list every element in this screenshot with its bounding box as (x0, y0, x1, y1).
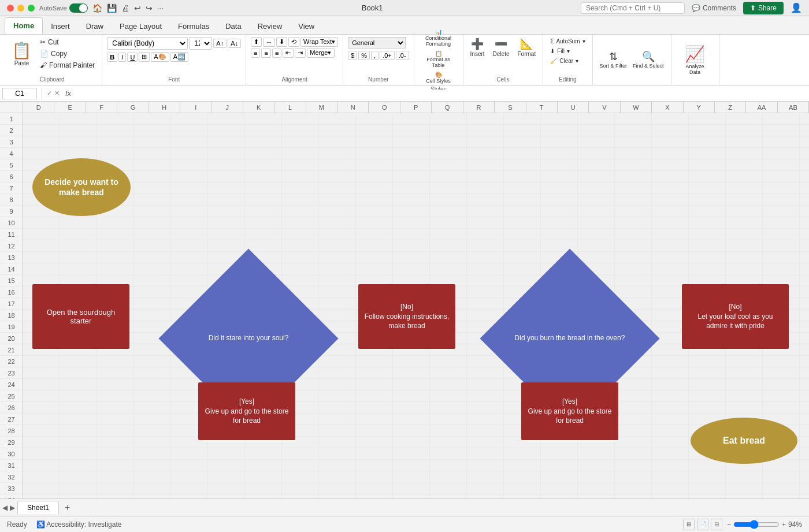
cell[interactable] (23, 460, 60, 471)
cell[interactable] (763, 171, 800, 183)
cell[interactable] (504, 252, 541, 263)
cell[interactable] (60, 379, 97, 390)
cell[interactable] (134, 344, 171, 356)
cell[interactable] (393, 217, 430, 229)
cell[interactable] (171, 183, 208, 194)
cell[interactable] (800, 367, 809, 379)
cell[interactable] (60, 125, 97, 136)
cell[interactable] (504, 206, 541, 217)
cell[interactable] (23, 263, 60, 275)
cell[interactable] (652, 414, 689, 425)
cell[interactable] (800, 298, 809, 310)
cell[interactable] (726, 263, 763, 275)
cell[interactable] (652, 437, 689, 448)
conditional-formatting-button[interactable]: 📊 Conditional Formatting (419, 28, 458, 48)
cell[interactable] (282, 217, 319, 229)
cell[interactable] (726, 125, 763, 136)
cell[interactable] (726, 217, 763, 229)
cell[interactable] (800, 275, 809, 287)
cell[interactable] (319, 437, 356, 448)
cell[interactable] (430, 425, 467, 437)
cell[interactable] (134, 113, 171, 125)
tab-insert[interactable]: Insert (43, 18, 78, 34)
cell[interactable] (726, 483, 763, 494)
cell[interactable] (356, 136, 393, 148)
cell[interactable] (467, 356, 504, 367)
cell[interactable] (23, 448, 60, 460)
cell[interactable] (171, 125, 208, 136)
cell[interactable] (800, 390, 809, 402)
cell[interactable] (282, 460, 319, 471)
prev-sheet-button[interactable]: ◀ (2, 504, 8, 512)
cell[interactable] (60, 356, 97, 367)
cell[interactable] (689, 390, 726, 402)
cell[interactable] (319, 240, 356, 252)
cell[interactable] (60, 471, 97, 483)
cell[interactable] (467, 136, 504, 148)
cell[interactable] (541, 113, 578, 125)
cell[interactable] (97, 437, 134, 448)
cell[interactable] (23, 390, 60, 402)
cell[interactable] (541, 229, 578, 240)
cell[interactable] (23, 125, 60, 136)
cell[interactable] (763, 402, 800, 414)
cell[interactable] (615, 148, 652, 159)
cell[interactable] (430, 113, 467, 125)
cell[interactable] (615, 402, 652, 414)
cell[interactable] (652, 217, 689, 229)
next-sheet-button[interactable]: ▶ (10, 504, 15, 512)
cell[interactable] (467, 425, 504, 437)
cell[interactable] (800, 356, 809, 367)
cell[interactable] (282, 171, 319, 183)
format-button[interactable]: 📐 Format (515, 37, 539, 58)
font-size-select[interactable]: 12 (189, 37, 212, 50)
cell[interactable] (652, 240, 689, 252)
cell[interactable] (282, 148, 319, 159)
cell[interactable] (356, 494, 393, 498)
search-input[interactable] (581, 2, 685, 14)
cell[interactable] (208, 125, 245, 136)
cell[interactable] (134, 437, 171, 448)
cell[interactable] (504, 494, 541, 498)
align-middle-button[interactable]: ↔ (263, 38, 275, 47)
cell[interactable] (430, 159, 467, 171)
cell[interactable] (541, 240, 578, 252)
cell[interactable] (245, 171, 282, 183)
cell[interactable] (356, 240, 393, 252)
cell[interactable] (615, 494, 652, 498)
cell[interactable] (467, 494, 504, 498)
tab-page-layout[interactable]: Page Layout (112, 18, 170, 34)
decimal-increase-button[interactable]: .0+ (380, 51, 395, 60)
cell[interactable] (800, 379, 809, 390)
cell[interactable] (23, 437, 60, 448)
cell[interactable] (60, 390, 97, 402)
cell[interactable] (356, 183, 393, 194)
cell[interactable] (208, 148, 245, 159)
cell[interactable] (615, 263, 652, 275)
cell[interactable] (467, 194, 504, 206)
cell[interactable] (763, 494, 800, 498)
cell[interactable] (800, 183, 809, 194)
cell[interactable] (800, 263, 809, 275)
align-right-button[interactable]: ≡ (272, 49, 281, 58)
cell[interactable] (356, 252, 393, 263)
cell[interactable] (541, 460, 578, 471)
cell[interactable] (319, 171, 356, 183)
cell[interactable] (393, 483, 430, 494)
cell[interactable] (615, 460, 652, 471)
cell[interactable] (615, 136, 652, 148)
bold-button[interactable]: B (107, 53, 117, 62)
cell[interactable] (60, 240, 97, 252)
clear-button[interactable]: 🧹 Clear ▾ (548, 57, 587, 65)
cell[interactable] (208, 483, 245, 494)
cell[interactable] (393, 136, 430, 148)
cell[interactable] (541, 471, 578, 483)
cell[interactable] (467, 263, 504, 275)
cell[interactable] (615, 206, 652, 217)
sheet-tab-sheet1[interactable]: Sheet1 (17, 501, 59, 514)
cell[interactable] (356, 390, 393, 402)
cell[interactable] (134, 263, 171, 275)
analyze-data-button[interactable]: 📈 Analyze Data (676, 42, 714, 78)
cell[interactable] (23, 240, 60, 252)
cell[interactable] (393, 159, 430, 171)
